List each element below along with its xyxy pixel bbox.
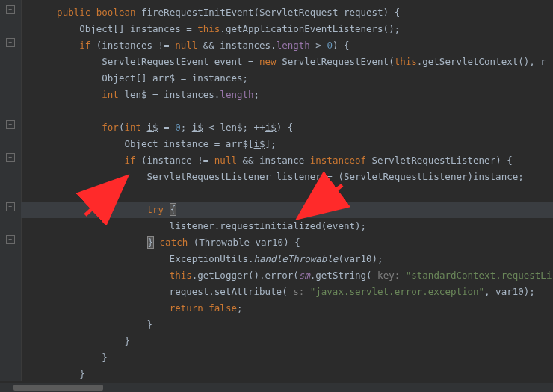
fold-icon[interactable]: − bbox=[6, 5, 15, 14]
fold-icon[interactable]: − bbox=[6, 202, 15, 211]
horizontal-scrollbar[interactable] bbox=[0, 383, 553, 392]
gutter: − − − − − − bbox=[0, 0, 22, 381]
fold-icon[interactable]: − bbox=[6, 120, 15, 129]
scrollbar-thumb[interactable] bbox=[13, 385, 103, 391]
fold-icon[interactable]: − bbox=[6, 235, 15, 244]
fold-icon[interactable]: − bbox=[6, 38, 15, 47]
code-content: public boolean fireRequestInitEvent(Serv… bbox=[21, 0, 553, 381]
fold-icon[interactable]: − bbox=[6, 153, 15, 162]
code-editor[interactable]: public boolean fireRequestInitEvent(Serv… bbox=[21, 0, 553, 381]
